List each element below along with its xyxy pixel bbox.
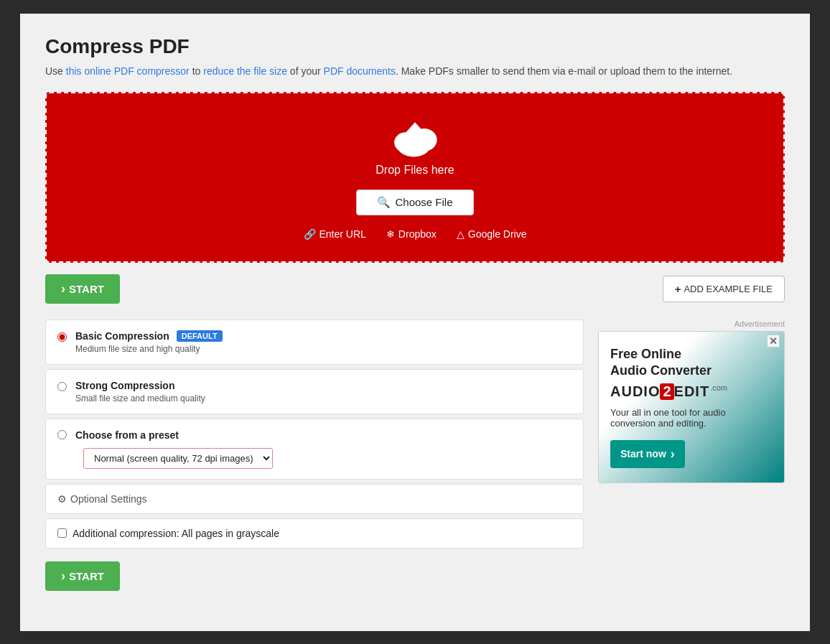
svg-marker-4 <box>404 122 426 135</box>
grayscale-checkbox[interactable] <box>57 528 67 538</box>
basic-compression-row: Basic Compression DEFAULT Medium file si… <box>45 319 584 365</box>
action-bar: START ADD EXAMPLE FILE <box>45 274 785 304</box>
choose-file-label: Choose File <box>395 196 452 208</box>
ad-logo-com: .com <box>710 383 727 392</box>
ad-panel: Advertisement ✕ Free OnlineAudio Convert… <box>598 319 785 591</box>
google-drive-icon: △ <box>457 228 465 240</box>
dropbox-icon: ❄ <box>386 228 395 240</box>
ad-logo-audio: AUDIO <box>610 383 660 400</box>
google-drive-link[interactable]: △ Google Drive <box>457 228 527 240</box>
basic-compression-radio[interactable] <box>57 332 67 342</box>
ad-description: Your all in one tool for audio conversio… <box>610 407 773 429</box>
additional-compression-row: Additional compression: All pages in gra… <box>45 518 584 549</box>
ad-cta-button[interactable]: Start now › <box>610 440 685 468</box>
optional-settings-row[interactable]: ⚙ Optional Settings <box>45 484 584 514</box>
chevron-right-icon-bottom <box>61 569 65 584</box>
upload-cloud-icon <box>390 115 440 158</box>
ad-title: Free OnlineAudio Converter <box>610 346 773 380</box>
strong-compression-desc: Small file size and medium quality <box>75 393 572 403</box>
ad-box: ✕ Free OnlineAudio Converter AUDIO 2 EDI… <box>598 331 785 483</box>
preset-row: Choose from a preset Normal (screen qual… <box>45 419 584 480</box>
start-button[interactable]: START <box>45 274 120 304</box>
gear-icon: ⚙ <box>57 493 67 505</box>
preset-title: Choose from a preset <box>75 429 179 441</box>
search-icon: 🔍 <box>377 196 391 209</box>
drop-files-text: Drop Files here <box>376 164 454 177</box>
optional-settings-header[interactable]: ⚙ Optional Settings <box>57 493 572 505</box>
basic-compression-label: Basic Compression DEFAULT Medium file si… <box>75 330 572 354</box>
drop-zone[interactable]: Drop Files here 🔍 Choose File 🔗 Enter UR… <box>45 92 785 263</box>
link-icon: 🔗 <box>304 228 316 240</box>
subtitle-link-reduce[interactable]: reduce the file size <box>203 65 287 77</box>
plus-icon <box>675 283 681 295</box>
ad-logo: AUDIO 2 EDIT .com <box>610 383 773 400</box>
strong-compression-title: Strong Compression <box>75 380 572 391</box>
subtitle-link-pdf[interactable]: PDF documents <box>324 65 396 77</box>
strong-compression-radio[interactable] <box>57 382 67 391</box>
page-title: Compress PDF <box>45 35 785 58</box>
page-subtitle: Use this online PDF compressor to reduce… <box>45 64 785 79</box>
basic-compression-desc: Medium file size and high quality <box>75 344 572 354</box>
preset-radio[interactable] <box>57 430 67 439</box>
choose-file-button[interactable]: 🔍 Choose File <box>356 190 473 215</box>
enter-url-link[interactable]: 🔗 Enter URL <box>304 228 366 240</box>
start-button-bottom[interactable]: START <box>45 561 120 591</box>
add-example-button[interactable]: ADD EXAMPLE FILE <box>663 276 785 302</box>
ad-label: Advertisement <box>598 319 785 328</box>
preset-select[interactable]: Normal (screen quality, 72 dpi images) L… <box>83 448 273 469</box>
ad-logo-2: 2 <box>660 383 673 400</box>
grayscale-label: Additional compression: All pages in gra… <box>73 528 279 539</box>
strong-compression-row: Strong Compression Small file size and m… <box>45 369 584 414</box>
default-badge: DEFAULT <box>177 330 223 342</box>
ad-close-button[interactable]: ✕ <box>767 335 780 347</box>
dropbox-link[interactable]: ❄ Dropbox <box>386 228 437 240</box>
ad-cta-arrow: › <box>671 447 675 462</box>
options-panel: Basic Compression DEFAULT Medium file si… <box>45 319 584 591</box>
basic-compression-title: Basic Compression DEFAULT <box>75 330 572 342</box>
strong-compression-label: Strong Compression Small file size and m… <box>75 380 572 403</box>
chevron-right-icon <box>61 281 65 297</box>
ad-logo-edit: EDIT <box>674 383 710 400</box>
subtitle-link-compressor[interactable]: this online PDF compressor <box>66 65 190 77</box>
page-container: Compress PDF Use this online PDF compres… <box>20 14 810 631</box>
main-content: Basic Compression DEFAULT Medium file si… <box>45 319 785 591</box>
extra-links: 🔗 Enter URL ❄ Dropbox △ Google Drive <box>304 228 527 240</box>
